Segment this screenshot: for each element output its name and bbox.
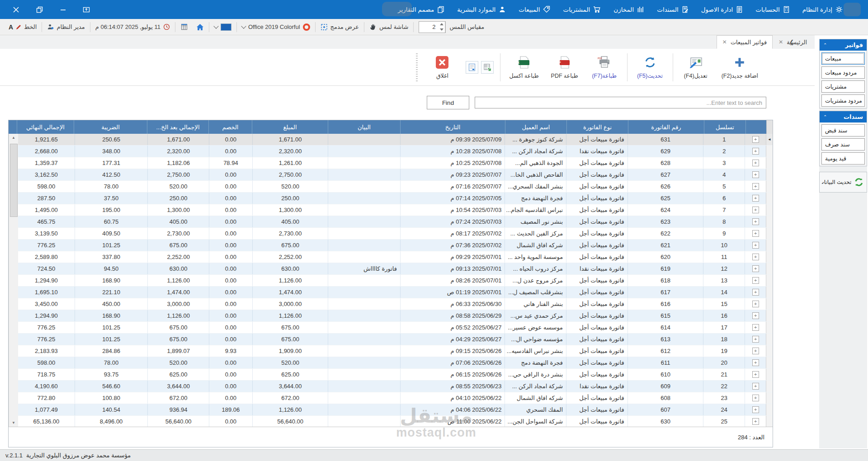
add-new-button[interactable]: اضافة جديد(F2) (716, 50, 764, 85)
menu-item-purchases[interactable]: المشتريات (557, 0, 606, 19)
calculator-tool-button[interactable] (176, 21, 192, 33)
home-button[interactable] (192, 21, 208, 33)
column-header[interactable]: تسلسل (704, 120, 745, 134)
print-excel-button[interactable]: XLSX طباعة اكسل (503, 50, 544, 85)
vouchers-group-header[interactable]: سندات ⌃ (820, 111, 867, 122)
menu-item-warehouses[interactable]: المخازن (608, 0, 650, 19)
row-expand-button[interactable]: + (752, 195, 759, 202)
column-header[interactable]: الخصم (208, 120, 252, 134)
column-header[interactable]: اسم العميل (505, 120, 566, 134)
refresh-data-button[interactable]: تحديث البيانات (819, 172, 867, 193)
minimize-window-icon[interactable] (59, 5, 67, 14)
column-header[interactable]: الضريبة (74, 120, 147, 134)
table-row[interactable]: +2629فاتورة مبيعات نقداشركة امجاد الركن … (18, 146, 773, 157)
table-row[interactable]: +20611فاتورة مبيعات أجلفجرة النهضة دمج20… (18, 357, 773, 369)
table-row[interactable]: +3628فاتورة مبيعات أجلالجودة الذهبي الم.… (18, 157, 773, 169)
restore-window-icon[interactable] (35, 5, 43, 14)
refresh-button[interactable]: تحديث(F5) (630, 50, 670, 85)
table-row[interactable]: +24607فاتورة مبيعات أجلالمفك السحري2025/… (18, 404, 773, 416)
row-expand-button[interactable]: + (752, 183, 759, 190)
theme-dropdown[interactable]: Office 2019 Colorful (238, 21, 314, 33)
row-expand-button[interactable]: + (752, 148, 759, 155)
row-expand-button[interactable]: + (752, 230, 759, 237)
print-button[interactable]: PDF طباعة(F7) (585, 50, 624, 85)
table-row[interactable]: +4627فاتورة مبيعات أجلالفاحص الذهبي الخا… (18, 169, 773, 181)
sidebar-item-receipt-voucher[interactable]: سند قبض (821, 124, 865, 136)
row-expand-button[interactable]: + (752, 336, 759, 343)
edit-button[interactable]: تعديل(F4) (676, 50, 716, 85)
column-header[interactable]: الإجمالي بعد الخ... (147, 120, 208, 134)
row-expand-button[interactable]: + (752, 136, 759, 143)
stepper-up-icon[interactable] (438, 22, 445, 27)
row-expand-button[interactable]: + (752, 418, 759, 425)
row-expand-button[interactable]: + (752, 207, 759, 213)
row-expand-button[interactable]: + (752, 312, 759, 319)
row-expand-button[interactable]: + (752, 254, 759, 260)
sidebar-item-sales-returns[interactable]: مردود مبيعات (821, 66, 865, 79)
font-settings-button[interactable]: A الخط (5, 21, 41, 33)
table-row[interactable]: +10621فاتورة مبيعات أجلشركه افاق الشمال2… (18, 240, 773, 251)
menu-item-sales[interactable]: المبيعات (513, 0, 556, 19)
print-pdf-button[interactable]: PDF طباعة PDF (545, 50, 585, 85)
sidebar-item-purchase-returns[interactable]: مردود مشتريات (821, 94, 865, 107)
sidebar-item-journal-entry[interactable]: قيد يومية (821, 152, 865, 165)
table-row[interactable]: +23608فاتورة مبيعات أجلشركه افاق الشمال2… (18, 392, 773, 404)
popout-window-icon[interactable] (82, 5, 90, 14)
scrollbar-thumb[interactable] (10, 144, 18, 217)
close-window-icon[interactable] (12, 5, 20, 14)
table-row[interactable]: +5626فاتورة مبيعات أجلبنشر المفك السحري.… (18, 181, 773, 193)
column-header[interactable]: التاريخ (400, 120, 505, 134)
menu-item-accounts[interactable]: الحسابات (750, 0, 795, 19)
row-expand-button[interactable]: + (752, 395, 759, 401)
row-expand-button[interactable]: + (752, 171, 759, 178)
sidebar-item-sales[interactable]: مبيعات (821, 52, 865, 65)
sidebar-item-payment-voucher[interactable]: سند صرف (821, 138, 865, 151)
menu-item-system-admin[interactable]: إدارة النظام (797, 0, 848, 19)
invoices-group-header[interactable]: فواتير ⌃ (820, 39, 867, 51)
find-button[interactable]: Find (427, 96, 469, 109)
language-flag-dropdown[interactable] (210, 21, 236, 33)
table-row[interactable]: ◄+1631فاتورة مبيعات أجلشركة كنوز جوهرة .… (18, 134, 773, 146)
table-row[interactable]: +13618فاتورة مبيعات أجلمركز مروج عدن ل..… (18, 275, 773, 287)
table-row[interactable]: +19612فاتورة مبيعات أجلبنشر نبراس القادس… (18, 345, 773, 357)
table-row[interactable]: +12619فاتورة مبيعات نقدامركز دروب الحياه… (18, 263, 773, 275)
row-expand-button[interactable]: + (752, 383, 759, 390)
close-view-button[interactable]: اغلاق (422, 50, 462, 85)
row-expand-button[interactable]: + (752, 160, 759, 166)
row-expand-button[interactable]: + (752, 301, 759, 307)
close-tab-icon[interactable]: ✕ (722, 39, 727, 45)
menu-item-assets[interactable]: ادارة الاصول (696, 0, 749, 19)
toolbar-drag-handle[interactable] (416, 53, 418, 81)
table-row[interactable]: +16615فاتورة مبيعات أجلمركز حمدي عيد س..… (18, 310, 773, 322)
row-expand-button[interactable]: + (752, 359, 759, 366)
stepper-down-icon[interactable] (438, 27, 445, 33)
close-tab-icon[interactable]: ✕ (778, 39, 783, 45)
row-expand-button[interactable]: + (752, 371, 759, 378)
table-row[interactable]: +11620فاتورة مبيعات أجلموسسة الموية واحد… (18, 251, 773, 263)
export-grid-button[interactable] (481, 61, 494, 74)
table-row[interactable]: +6625فاتورة مبيعات أجلفجرة النهضة دمج202… (18, 193, 773, 204)
collapse-panel-icon[interactable]: ❮ (788, 38, 796, 46)
row-expand-button[interactable]: + (752, 289, 759, 296)
row-expand-button[interactable]: + (752, 277, 759, 284)
table-row[interactable]: +9622فاتورة مبيعات أجلمركز الفين الحديث … (18, 228, 773, 240)
row-expand-button[interactable]: + (752, 218, 759, 225)
table-row[interactable]: +8623فاتورة مبيعات أجلبنشر نور المصيف202… (18, 216, 773, 228)
touch-scale-stepper[interactable]: 2 (419, 21, 446, 33)
row-expand-button[interactable]: + (752, 242, 759, 249)
form-view-button[interactable] (466, 61, 478, 74)
column-header[interactable]: المبلغ (252, 120, 328, 134)
merged-view-button[interactable]: عرض مدمج (316, 21, 363, 33)
sidebar-item-purchases[interactable]: مشتريات (821, 80, 865, 93)
column-header[interactable]: نوع الفاتورة (566, 120, 628, 134)
table-row[interactable]: +15616فاتورة مبيعات أجلبنشر الفنار هاني2… (18, 298, 773, 310)
row-expand-button[interactable]: + (752, 406, 759, 413)
row-expand-button[interactable]: + (752, 265, 759, 272)
table-row[interactable]: +18613فاتورة مبيعات أجلمؤسسه ضواحي ال...… (18, 334, 773, 345)
table-row[interactable]: +14617فاتورة مبيعات أجلبنشرقلب المصيف ل.… (18, 287, 773, 298)
table-row[interactable]: +25630فاتورة مبيعات أجلشركة السواحل الجن… (18, 416, 773, 428)
search-input[interactable] (475, 97, 766, 108)
row-expand-button[interactable]: + (752, 324, 759, 331)
column-header[interactable]: الإجمالي النهائي (17, 120, 74, 134)
column-header[interactable]: رقم الفاتورة (628, 120, 704, 134)
